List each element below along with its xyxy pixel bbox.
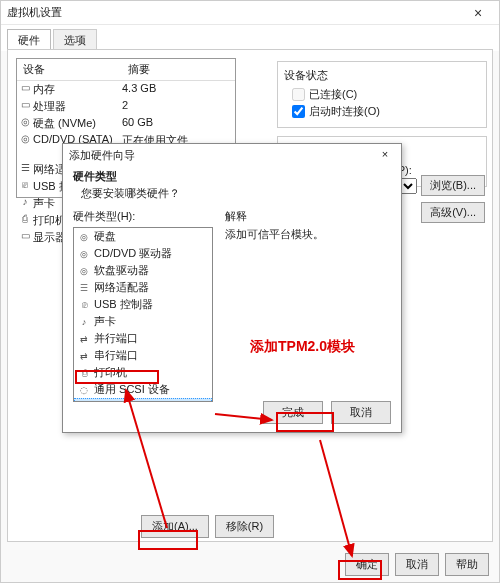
dialog-buttons: 确定 取消 帮助 [345,553,489,576]
col-device: 设备 [17,59,122,80]
type-icon: ◎ [78,249,90,259]
hw-type-item[interactable]: ⇄并行端口 [74,330,212,347]
type-icon: ◎ [78,232,90,242]
finish-button[interactable]: 完成 [263,401,323,424]
wizard-cancel-button[interactable]: 取消 [331,401,391,424]
hw-type-item[interactable]: ◎硬盘 [74,228,212,245]
hw-type-item[interactable]: ⎙打印机 [74,364,212,381]
hw-type-item[interactable]: ◌通用 SCSI 设备 [74,381,212,398]
hw-row[interactable]: ▭处理器2 [17,98,235,115]
device-icon: ▭ [17,99,33,114]
remove-button[interactable]: 移除(R) [215,515,274,538]
type-icon: ♪ [78,317,90,327]
type-icon: ⎙ [78,368,90,378]
type-icon: ◎ [78,266,90,276]
type-icon: ◌ [78,385,90,395]
hw-type-item[interactable]: ♪声卡 [74,313,212,330]
annotation-text: 添加TPM2.0模块 [250,338,355,356]
col-summary: 摘要 [122,59,235,80]
type-icon: ⎚ [78,300,90,310]
hw-type-item[interactable]: ◎软盘驱动器 [74,262,212,279]
explain-label: 解释 [225,209,391,224]
type-icon: ⇄ [78,334,90,344]
hw-type-item[interactable]: ☰网络适配器 [74,279,212,296]
device-icon: ◎ [17,133,33,160]
wizard-subheading: 您要安装哪类硬件？ [81,186,391,201]
add-button[interactable]: 添加(A)... [141,515,209,538]
help-button[interactable]: 帮助 [445,553,489,576]
window-title: 虚拟机设置 [7,5,463,20]
device-icon: ⎚ [17,179,33,194]
ok-button[interactable]: 确定 [345,553,389,576]
device-icon: ▭ [17,82,33,97]
explain-text: 添加可信平台模块。 [225,227,391,242]
hw-type-item[interactable]: ▭可信平台模块 [74,398,212,402]
close-icon[interactable]: × [463,5,493,21]
device-icon: ♪ [17,196,33,211]
type-icon: ⇄ [78,351,90,361]
cancel-button[interactable]: 取消 [395,553,439,576]
add-hardware-wizard: 添加硬件向导 × 硬件类型 您要安装哪类硬件？ 硬件类型(H): ◎硬盘◎CD/… [62,143,402,433]
titlebar: 虚拟机设置 × [1,1,499,25]
device-icon: ⎙ [17,213,33,228]
tab-hardware[interactable]: 硬件 [7,29,51,51]
hardware-type-list[interactable]: ◎硬盘◎CD/DVD 驱动器◎软盘驱动器☰网络适配器⎚USB 控制器♪声卡⇄并行… [73,227,213,402]
tab-bar: 硬件 选项 [1,25,499,51]
hw-type-item[interactable]: ◎CD/DVD 驱动器 [74,245,212,262]
hw-row[interactable]: ▭内存4.3 GB [17,81,235,98]
status-legend: 设备状态 [284,68,480,83]
connected-checkbox[interactable]: 已连接(C) [292,87,480,102]
add-remove-bar: 添加(A)... 移除(R) [141,515,274,538]
browse-button[interactable]: 浏览(B)... [421,175,485,196]
list-label: 硬件类型(H): [73,209,213,224]
advanced-button[interactable]: 高级(V)... [421,202,485,223]
wizard-title: 添加硬件向导 [69,148,375,163]
hw-type-item[interactable]: ⎚USB 控制器 [74,296,212,313]
device-icon: ▭ [17,230,33,245]
device-icon: ☰ [17,162,33,177]
hw-row[interactable]: ◎硬盘 (NVMe)60 GB [17,115,235,132]
device-status-group: 设备状态 已连接(C) 启动时连接(O) [277,61,487,128]
wizard-close-icon[interactable]: × [375,148,395,163]
wizard-heading: 硬件类型 [73,169,391,184]
type-icon: ☰ [78,283,90,293]
device-icon: ◎ [17,116,33,131]
connect-on-power-checkbox[interactable]: 启动时连接(O) [292,104,480,119]
hw-type-item[interactable]: ⇄串行端口 [74,347,212,364]
tab-options[interactable]: 选项 [53,29,97,51]
